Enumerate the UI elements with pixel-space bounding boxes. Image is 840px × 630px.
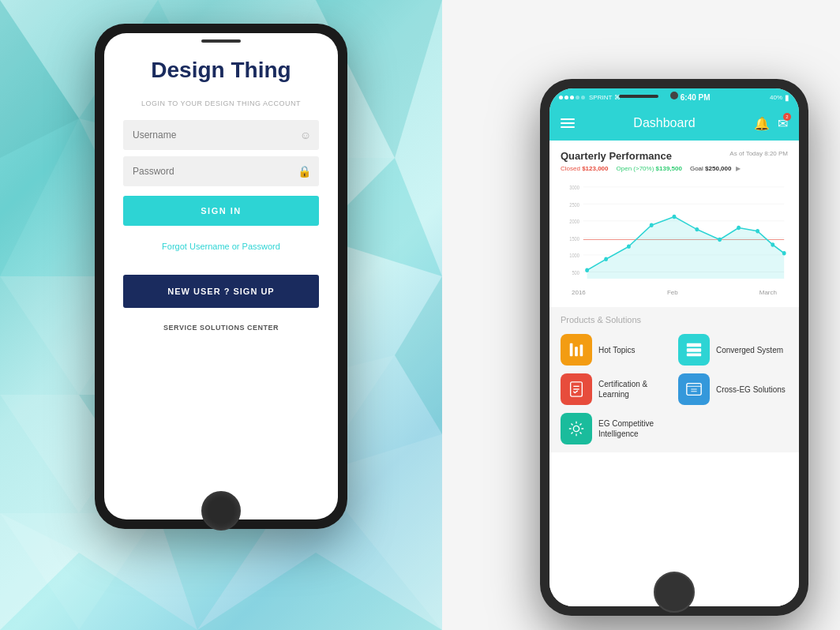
- stat-closed-label: Closed $123,000: [561, 165, 609, 172]
- forgot-link[interactable]: Forgot Username or Password: [162, 242, 280, 251]
- hamburger-line-1: [561, 118, 575, 120]
- signin-button[interactable]: SIGN IN: [123, 196, 319, 226]
- product-hot-topics[interactable]: Hot Topics: [561, 334, 670, 366]
- x-label-feb: Feb: [667, 289, 678, 296]
- signal-dot-5: [581, 96, 585, 99]
- chart-x-labels: 2016 Feb March: [561, 289, 788, 301]
- hamburger-line-2: [561, 122, 575, 124]
- svg-point-39: [673, 215, 677, 219]
- hamburger-line-3: [561, 126, 575, 128]
- svg-text:3000: 3000: [569, 185, 579, 190]
- products-section: Products & Solutions Hot Topics: [549, 307, 799, 452]
- performance-section: Quarterly Performance As of Today 8:20 P…: [549, 141, 799, 307]
- svg-point-35: [585, 268, 589, 272]
- signal-dot-2: [564, 96, 568, 99]
- svg-point-45: [782, 251, 786, 255]
- x-label-2016: 2016: [572, 289, 586, 296]
- svg-point-38: [650, 223, 654, 227]
- dashboard-content: Quarterly Performance As of Today 8:20 P…: [549, 141, 799, 606]
- performance-chart: 3000 2500 2000 1500 1000 500: [561, 178, 788, 289]
- eg-competitive-label: EG Competitive Intelligence: [598, 418, 670, 439]
- home-button-left[interactable]: [201, 491, 241, 531]
- mail-icon[interactable]: ✉ 2: [778, 116, 788, 131]
- svg-text:1500: 1500: [569, 235, 579, 241]
- x-label-march: March: [759, 289, 777, 296]
- battery-percent: 40%: [770, 94, 782, 101]
- certification-label: Certification & Learning: [598, 379, 670, 399]
- carrier-label: SPRINT: [589, 94, 612, 101]
- phone-dashboard-screen: SPRINT ⌘ 6:40 PM 40% ▮ Dashboard 🔔 ✉ 2: [549, 88, 799, 606]
- svg-rect-46: [570, 343, 573, 357]
- svg-line-68: [579, 423, 581, 425]
- svg-point-41: [718, 238, 722, 242]
- battery-icon: ▮: [785, 93, 789, 102]
- camera-right: [670, 92, 678, 99]
- svg-rect-48: [580, 345, 583, 357]
- product-certification[interactable]: Certification & Learning: [561, 373, 670, 405]
- perf-header: Quarterly Performance As of Today 8:20 P…: [561, 150, 788, 162]
- username-wrapper: ☺: [123, 120, 319, 150]
- cross-eg-icon: [678, 373, 710, 405]
- phone-login-screen: Design Thing LOGIN TO YOUR DESIGN THING …: [104, 33, 338, 519]
- phone-dashboard: SPRINT ⌘ 6:40 PM 40% ▮ Dashboard 🔔 ✉ 2: [540, 79, 808, 616]
- svg-point-43: [756, 229, 759, 233]
- converged-system-label: Converged System: [716, 345, 783, 355]
- signal-dot-1: [559, 96, 563, 99]
- signal-dots: [559, 96, 585, 99]
- eg-competitive-icon: [561, 413, 592, 444]
- status-time: 6:40 PM: [681, 93, 711, 102]
- svg-point-52: [698, 344, 699, 346]
- svg-text:2000: 2000: [569, 219, 579, 224]
- user-icon: ☺: [300, 129, 311, 141]
- cross-eg-label: Cross-EG Solutions: [716, 384, 786, 395]
- hamburger-menu[interactable]: [561, 118, 575, 128]
- status-left: SPRINT ⌘: [559, 94, 621, 101]
- speaker-right: [619, 95, 658, 98]
- svg-line-67: [579, 432, 581, 433]
- nav-icons: 🔔 ✉ 2: [754, 116, 788, 131]
- service-center-label: SERVICE SOLUTIONS CENTER: [163, 324, 279, 332]
- login-subtitle: LOGIN TO YOUR DESIGN THING ACCOUNT: [141, 99, 301, 107]
- stat-goal-label: Goal $250,000 ▶: [690, 165, 741, 172]
- svg-line-69: [571, 432, 572, 433]
- perf-date: As of Today 8:20 PM: [729, 150, 788, 157]
- password-wrapper: 🔒: [123, 156, 319, 186]
- svg-rect-51: [687, 354, 701, 357]
- lock-icon: 🔒: [298, 165, 311, 178]
- perf-title: Quarterly Performance: [561, 150, 672, 162]
- home-button-right[interactable]: [654, 572, 695, 613]
- login-content: Design Thing LOGIN TO YOUR DESIGN THING …: [104, 33, 338, 519]
- app-title: Design Thing: [151, 57, 291, 84]
- svg-point-37: [627, 244, 631, 248]
- bell-icon[interactable]: 🔔: [754, 116, 770, 131]
- svg-point-53: [698, 350, 699, 351]
- svg-text:2500: 2500: [569, 201, 579, 207]
- svg-rect-50: [687, 348, 701, 352]
- new-user-button[interactable]: NEW USER ? SIGN UP: [123, 275, 319, 308]
- status-right: 40% ▮: [770, 93, 789, 102]
- hot-topics-label: Hot Topics: [598, 345, 636, 355]
- hot-topics-icon: [561, 334, 592, 366]
- password-input[interactable]: [123, 156, 319, 186]
- speaker-left: [201, 39, 241, 43]
- signal-dot-4: [576, 96, 579, 99]
- svg-point-61: [573, 426, 579, 431]
- product-cross-eg[interactable]: Cross-EG Solutions: [678, 373, 788, 405]
- svg-text:1000: 1000: [569, 253, 579, 258]
- perf-stats: Closed $123,000 Open (>70%) $139,500 Goa…: [561, 165, 788, 172]
- svg-line-66: [571, 423, 572, 425]
- product-eg-competitive[interactable]: EG Competitive Intelligence: [561, 413, 670, 444]
- svg-rect-49: [687, 343, 701, 347]
- nav-bar: Dashboard 🔔 ✉ 2: [549, 106, 799, 141]
- signal-dot-3: [570, 96, 574, 99]
- svg-point-36: [604, 257, 608, 261]
- products-header: Products & Solutions: [561, 315, 788, 324]
- mail-badge: 2: [783, 113, 791, 121]
- product-converged-system[interactable]: Converged System: [678, 334, 788, 366]
- svg-marker-17: [395, 276, 442, 434]
- svg-rect-47: [575, 347, 578, 356]
- nav-title: Dashboard: [633, 116, 695, 130]
- svg-point-40: [695, 227, 699, 231]
- username-input[interactable]: [123, 120, 319, 150]
- phone-login: Design Thing LOGIN TO YOUR DESIGN THING …: [95, 24, 347, 529]
